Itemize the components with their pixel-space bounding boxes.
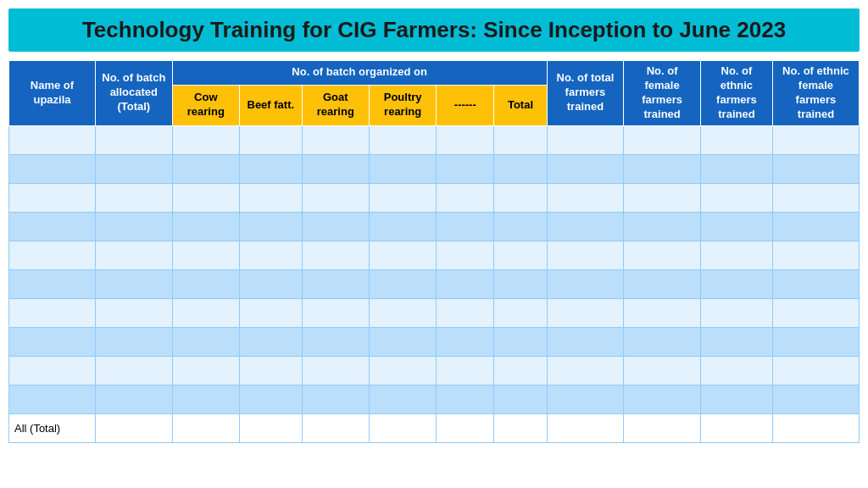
cell-9-9 bbox=[624, 385, 701, 413]
cell-1-6 bbox=[437, 154, 494, 183]
cell-7-1 bbox=[96, 327, 173, 356]
cell-6-4 bbox=[302, 298, 369, 327]
cell-4-4 bbox=[302, 241, 369, 269]
cell-8-4 bbox=[302, 356, 369, 385]
cell-0-0 bbox=[9, 125, 96, 154]
header-female-farmers: No. of female farmers trained bbox=[624, 61, 701, 126]
cell-4-11 bbox=[772, 241, 859, 269]
footer-cell-8 bbox=[547, 413, 624, 442]
footer-cell-11 bbox=[772, 413, 859, 442]
cell-6-0 bbox=[9, 298, 96, 327]
cell-5-8 bbox=[547, 269, 624, 298]
table-row bbox=[9, 125, 860, 154]
cell-7-11 bbox=[772, 327, 859, 356]
cell-8-8 bbox=[547, 356, 624, 385]
header-batch-allocated: No. of batch allocated (Total) bbox=[96, 61, 173, 126]
footer-row: All (Total) bbox=[9, 413, 860, 442]
cell-7-2 bbox=[172, 327, 239, 356]
cell-5-11 bbox=[772, 269, 859, 298]
footer-cell-7 bbox=[494, 413, 547, 442]
table-row bbox=[9, 154, 860, 183]
cell-4-1 bbox=[96, 241, 173, 269]
cell-2-10 bbox=[700, 183, 772, 212]
cell-1-2 bbox=[172, 154, 239, 183]
cell-5-1 bbox=[96, 269, 173, 298]
cell-8-5 bbox=[369, 356, 436, 385]
cell-5-4 bbox=[302, 269, 369, 298]
cell-1-0 bbox=[9, 154, 96, 183]
header-cow-rearing: Cow rearing bbox=[172, 85, 239, 125]
cell-3-8 bbox=[547, 212, 624, 241]
cell-4-5 bbox=[369, 241, 436, 269]
cell-3-7 bbox=[494, 212, 547, 241]
main-table: Name of upazila No. of batch allocated (… bbox=[8, 60, 860, 443]
cell-2-4 bbox=[302, 183, 369, 212]
table-row bbox=[9, 269, 860, 298]
cell-8-9 bbox=[624, 356, 701, 385]
cell-3-3 bbox=[239, 212, 302, 241]
cell-4-2 bbox=[172, 241, 239, 269]
footer-cell-5 bbox=[369, 413, 436, 442]
header-upazila: Name of upazila bbox=[9, 61, 96, 126]
cell-6-8 bbox=[547, 298, 624, 327]
footer-cell-10 bbox=[700, 413, 772, 442]
cell-3-0 bbox=[9, 212, 96, 241]
cell-9-2 bbox=[172, 385, 239, 413]
cell-6-9 bbox=[624, 298, 701, 327]
cell-3-1 bbox=[96, 212, 173, 241]
header-ethnic-farmers: No. of ethnic farmers trained bbox=[700, 61, 772, 126]
cell-4-6 bbox=[437, 241, 494, 269]
cell-3-2 bbox=[172, 212, 239, 241]
cell-9-7 bbox=[494, 385, 547, 413]
header-total-batch: Total bbox=[494, 85, 547, 125]
cell-7-10 bbox=[700, 327, 772, 356]
cell-0-9 bbox=[624, 125, 701, 154]
cell-6-2 bbox=[172, 298, 239, 327]
cell-3-11 bbox=[772, 212, 859, 241]
cell-0-5 bbox=[369, 125, 436, 154]
footer-cell-4 bbox=[302, 413, 369, 442]
cell-9-1 bbox=[96, 385, 173, 413]
cell-0-7 bbox=[494, 125, 547, 154]
table-row bbox=[9, 212, 860, 241]
cell-4-7 bbox=[494, 241, 547, 269]
cell-3-6 bbox=[437, 212, 494, 241]
cell-5-5 bbox=[369, 269, 436, 298]
cell-0-11 bbox=[772, 125, 859, 154]
cell-3-10 bbox=[700, 212, 772, 241]
table-row bbox=[9, 327, 860, 356]
table-body bbox=[9, 125, 860, 413]
cell-6-11 bbox=[772, 298, 859, 327]
cell-1-4 bbox=[302, 154, 369, 183]
cell-9-8 bbox=[547, 385, 624, 413]
cell-3-9 bbox=[624, 212, 701, 241]
table-row bbox=[9, 356, 860, 385]
cell-2-6 bbox=[437, 183, 494, 212]
header-goat-rearing: Goat rearing bbox=[302, 85, 369, 125]
cell-2-9 bbox=[624, 183, 701, 212]
header-beef-fattening: Beef fatt. bbox=[239, 85, 302, 125]
header-poultry-rearing: Poultry rearing bbox=[369, 85, 436, 125]
cell-6-1 bbox=[96, 298, 173, 327]
cell-8-11 bbox=[772, 356, 859, 385]
table-row bbox=[9, 385, 860, 413]
table-row bbox=[9, 183, 860, 212]
header-ethnic-female-farmers: No. of ethnic female farmers trained bbox=[772, 61, 859, 126]
cell-0-10 bbox=[700, 125, 772, 154]
cell-1-3 bbox=[239, 154, 302, 183]
footer-cell-1 bbox=[96, 413, 173, 442]
cell-8-6 bbox=[437, 356, 494, 385]
cell-7-7 bbox=[494, 327, 547, 356]
cell-4-8 bbox=[547, 241, 624, 269]
header-dashes: ------ bbox=[437, 85, 494, 125]
cell-4-0 bbox=[9, 241, 96, 269]
cell-9-3 bbox=[239, 385, 302, 413]
cell-2-1 bbox=[96, 183, 173, 212]
cell-7-8 bbox=[547, 327, 624, 356]
cell-8-3 bbox=[239, 356, 302, 385]
cell-6-6 bbox=[437, 298, 494, 327]
cell-0-3 bbox=[239, 125, 302, 154]
footer-cell-3 bbox=[239, 413, 302, 442]
cell-6-10 bbox=[700, 298, 772, 327]
cell-7-9 bbox=[624, 327, 701, 356]
